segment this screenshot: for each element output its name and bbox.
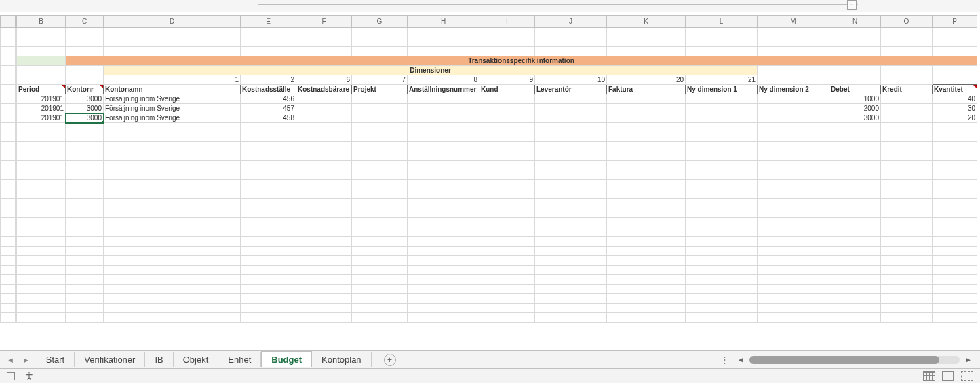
row[interactable] — [1, 227, 977, 237]
row[interactable] — [1, 28, 977, 37]
cell-kontonr-selected[interactable]: 3000 — [66, 113, 104, 123]
col-header-H[interactable]: H — [408, 16, 479, 28]
cell-period[interactable]: 201901 — [17, 94, 66, 104]
row-header[interactable] — [1, 37, 16, 47]
row[interactable] — [1, 313, 977, 323]
dim-num[interactable]: 8 — [408, 75, 479, 85]
add-sheet-button[interactable]: + — [384, 354, 396, 366]
header-period[interactable]: Period — [17, 85, 66, 94]
cell-kostnadsstalle[interactable]: 458 — [241, 113, 296, 123]
col-header-I[interactable]: I — [479, 16, 535, 28]
row[interactable] — [1, 180, 977, 189]
dim-num[interactable]: 9 — [479, 75, 535, 85]
row-column-labels[interactable]: Period Kontonr Kontonamn Kostnadsställe … — [1, 85, 977, 94]
header-nydim2[interactable]: Ny dimension 2 — [758, 85, 829, 94]
row[interactable] — [1, 151, 977, 161]
sheet-tab-enhet[interactable]: Enhet — [218, 352, 261, 367]
row-header[interactable] — [1, 66, 16, 75]
table-row[interactable]: 201901 3000 Försäljning inom Sverige 457… — [1, 104, 977, 113]
header-kostnadsbarare[interactable]: Kostnadsbärare — [296, 85, 352, 94]
hscroll-right-icon[interactable]: ► — [964, 356, 973, 363]
sheet-tab-budget[interactable]: Budget — [261, 351, 312, 367]
sheet-tab-objekt[interactable]: Objekt — [174, 352, 219, 367]
row[interactable] — [1, 161, 977, 170]
header-debet[interactable]: Debet — [829, 85, 881, 94]
col-header-G[interactable]: G — [352, 16, 408, 28]
row-dimension-numbers[interactable]: 1 2 6 7 8 9 10 20 21 — [1, 75, 977, 85]
col-header-B[interactable]: B — [17, 16, 66, 28]
sheet-nav-prev-icon[interactable]: ◄ — [7, 356, 14, 364]
view-page-break-button[interactable] — [961, 371, 973, 381]
sheet-tab-kontoplan[interactable]: Kontoplan — [312, 352, 372, 367]
dim-num[interactable]: 20 — [607, 75, 686, 85]
sheet-tab-ib[interactable]: IB — [145, 352, 173, 367]
row[interactable] — [1, 285, 977, 294]
cells-table[interactable]: A B C D E F G H I J K L M N O P Transakt… — [0, 15, 977, 323]
sheet-tab-start[interactable]: Start — [37, 352, 75, 367]
cell-kvantitet[interactable]: 30 — [933, 104, 977, 113]
row[interactable] — [1, 208, 977, 218]
cell-period[interactable]: 201901 — [17, 104, 66, 113]
dim-num[interactable]: 6 — [296, 75, 352, 85]
row[interactable] — [1, 256, 977, 266]
table-row[interactable]: 201901 3000 Försäljning inom Sverige 458… — [1, 113, 977, 123]
row-header[interactable] — [1, 75, 16, 85]
col-header-F[interactable]: F — [296, 16, 352, 28]
col-header-P[interactable]: P — [933, 16, 977, 28]
view-page-layout-button[interactable] — [942, 371, 954, 381]
col-header-E[interactable]: E — [241, 16, 296, 28]
row-header[interactable] — [1, 85, 16, 94]
col-header-D[interactable]: D — [104, 16, 241, 28]
table-row[interactable]: 201901 3000 Försäljning inom Sverige 456… — [1, 94, 977, 104]
row[interactable] — [1, 294, 977, 304]
select-all-corner[interactable] — [1, 16, 16, 28]
row[interactable] — [1, 304, 977, 313]
dim-num[interactable]: 2 — [241, 75, 296, 85]
header-anstallningsnummer[interactable]: Anställningsnummer — [408, 85, 479, 94]
hscroll-left-icon[interactable]: ◄ — [736, 356, 745, 363]
col-header-J[interactable]: J — [535, 16, 607, 28]
row[interactable] — [1, 199, 977, 208]
cell-period[interactable]: 201901 — [17, 113, 66, 123]
cell-kontonamn[interactable]: Försäljning inom Sverige — [104, 104, 241, 113]
horizontal-scrollbar[interactable]: ◄ ► — [736, 356, 980, 364]
header-faktura[interactable]: Faktura — [607, 85, 686, 94]
cell-debet[interactable]: 3000 — [829, 113, 881, 123]
worksheet-grid[interactable]: A B C D E F G H I J K L M N O P Transakt… — [0, 15, 980, 350]
header-kontonr[interactable]: Kontonr — [66, 85, 104, 94]
cell-kontonr[interactable]: 3000 — [66, 104, 104, 113]
cell-debet[interactable]: 1000 — [829, 94, 881, 104]
dim-num[interactable]: 10 — [535, 75, 607, 85]
row-banner-transaction[interactable]: Transaktionsspecifik information — [1, 56, 977, 66]
cell-kontonr[interactable]: 3000 — [66, 94, 104, 104]
row-header[interactable] — [1, 94, 16, 104]
record-macro-icon[interactable] — [7, 372, 15, 380]
header-kund[interactable]: Kund — [479, 85, 535, 94]
row-banner-dimensions[interactable]: Dimensioner — [1, 66, 977, 75]
row[interactable] — [1, 142, 977, 151]
header-leverantor[interactable]: Leverantör — [535, 85, 607, 94]
cell-kontonamn[interactable]: Försäljning inom Sverige — [104, 113, 241, 123]
row[interactable] — [1, 218, 977, 227]
row[interactable] — [1, 266, 977, 275]
header-kredit[interactable]: Kredit — [881, 85, 933, 94]
accessibility-icon[interactable] — [24, 371, 34, 381]
cell-kostnadsstalle[interactable]: 457 — [241, 104, 296, 113]
cell-kostnadsstalle[interactable]: 456 — [241, 94, 296, 104]
col-header-N[interactable]: N — [829, 16, 881, 28]
row-header[interactable] — [1, 56, 16, 66]
header-kvantitet[interactable]: Kvantitet — [933, 85, 977, 94]
row-header[interactable] — [1, 104, 16, 113]
column-header-row[interactable]: A B C D E F G H I J K L M N O P — [1, 16, 977, 28]
row[interactable] — [1, 170, 977, 180]
dim-num[interactable]: 1 — [104, 75, 241, 85]
sheet-nav-next-icon[interactable]: ► — [22, 356, 30, 364]
hscroll-thumb[interactable] — [749, 356, 939, 364]
col-header-O[interactable]: O — [881, 16, 933, 28]
row-header[interactable] — [1, 113, 16, 123]
col-header-K[interactable]: K — [607, 16, 686, 28]
header-nydim1[interactable]: Ny dimension 1 — [686, 85, 758, 94]
dim-num[interactable]: 21 — [686, 75, 758, 85]
outline-collapse-button[interactable]: − — [847, 0, 857, 10]
hscroll-track[interactable] — [749, 356, 960, 364]
